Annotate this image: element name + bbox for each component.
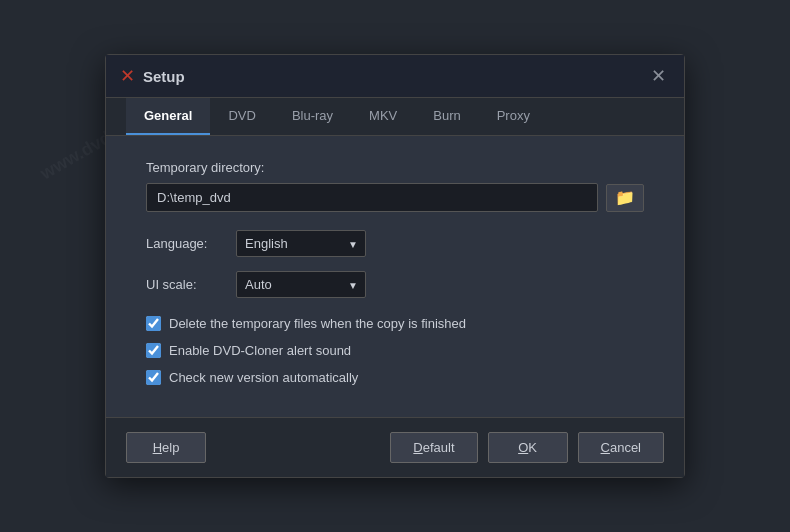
- default-button[interactable]: Default: [390, 432, 477, 463]
- delete-temp-label: Delete the temporary files when the copy…: [169, 316, 466, 331]
- ui-scale-dropdown[interactable]: Auto 100% 125% 150% 200%: [236, 271, 366, 298]
- ui-scale-label: UI scale:: [146, 277, 236, 292]
- footer-right: Default OK Cancel: [390, 432, 664, 463]
- dialog-title: Setup: [143, 68, 185, 85]
- delete-temp-checkbox[interactable]: [146, 316, 161, 331]
- temp-dir-input[interactable]: [146, 183, 598, 212]
- general-content: Temporary directory: 📁 Language: English…: [106, 136, 684, 417]
- checkbox-row-1: Delete the temporary files when the copy…: [146, 316, 644, 331]
- tab-proxy[interactable]: Proxy: [479, 98, 548, 135]
- tab-dvd[interactable]: DVD: [210, 98, 273, 135]
- ui-scale-field: UI scale: Auto 100% 125% 150% 200% ▼: [146, 271, 644, 298]
- tab-bluray[interactable]: Blu-ray: [274, 98, 351, 135]
- language-dropdown-wrap: English French German Spanish Chinese ▼: [236, 230, 366, 257]
- check-version-label: Check new version automatically: [169, 370, 358, 385]
- title-bar: ✕ Setup ✕: [106, 55, 684, 98]
- alert-sound-checkbox[interactable]: [146, 343, 161, 358]
- setup-dialog: ✕ Setup ✕ General DVD Blu-ray MKV Burn P…: [105, 54, 685, 478]
- checkboxes-group: Delete the temporary files when the copy…: [146, 316, 644, 385]
- close-button[interactable]: ✕: [647, 65, 670, 87]
- checkbox-row-3: Check new version automatically: [146, 370, 644, 385]
- temp-dir-label: Temporary directory:: [146, 160, 644, 175]
- cancel-button[interactable]: Cancel: [578, 432, 664, 463]
- temp-dir-row: 📁: [146, 183, 644, 212]
- footer: Help Default OK Cancel: [106, 417, 684, 477]
- ui-scale-dropdown-wrap: Auto 100% 125% 150% 200% ▼: [236, 271, 366, 298]
- setup-icon: ✕: [120, 65, 135, 87]
- language-dropdown[interactable]: English French German Spanish Chinese: [236, 230, 366, 257]
- alert-sound-label: Enable DVD-Cloner alert sound: [169, 343, 351, 358]
- browse-button[interactable]: 📁: [606, 184, 644, 212]
- ok-button[interactable]: OK: [488, 432, 568, 463]
- tab-general[interactable]: General: [126, 98, 210, 135]
- tab-mkv[interactable]: MKV: [351, 98, 415, 135]
- tab-burn[interactable]: Burn: [415, 98, 478, 135]
- checkbox-row-2: Enable DVD-Cloner alert sound: [146, 343, 644, 358]
- language-label: Language:: [146, 236, 236, 251]
- tabs-bar: General DVD Blu-ray MKV Burn Proxy: [106, 98, 684, 136]
- folder-icon: 📁: [615, 189, 635, 206]
- title-bar-left: ✕ Setup: [120, 65, 185, 87]
- help-button[interactable]: Help: [126, 432, 206, 463]
- language-field: Language: English French German Spanish …: [146, 230, 644, 257]
- temp-dir-group: Temporary directory: 📁: [146, 160, 644, 212]
- check-version-checkbox[interactable]: [146, 370, 161, 385]
